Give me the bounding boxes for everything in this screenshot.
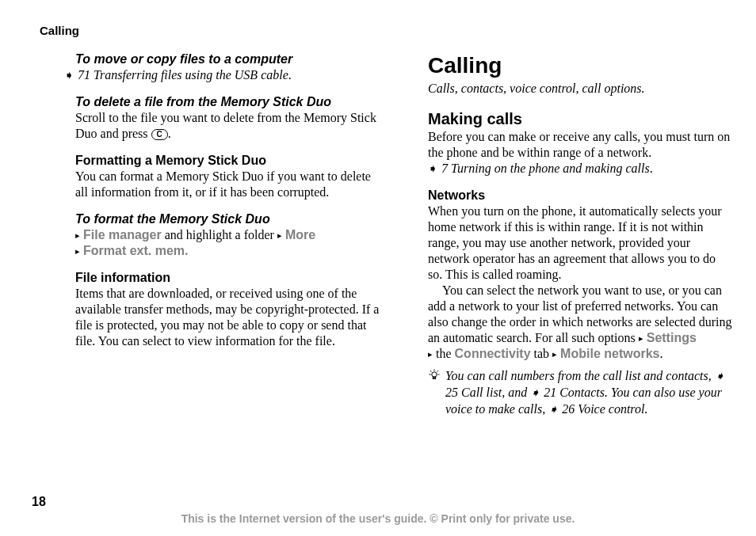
xref-arrow-icon: ➧ — [428, 162, 438, 175]
right-column: Calling Calls, contacts, voice control, … — [428, 51, 733, 417]
triangle-icon: ▸ — [277, 230, 282, 240]
xref-arrow-icon: ➧ — [64, 69, 74, 82]
xref-page: 25 — [445, 386, 458, 399]
xref-usb: ➧ 71 Transferring files using the USB ca… — [64, 67, 380, 83]
tip-mid: , and — [502, 386, 530, 399]
chapter-title: Calling — [428, 51, 733, 79]
svg-point-0 — [432, 372, 437, 377]
heading-format: Formatting a Memory Stick Duo — [75, 153, 380, 169]
page-number: 18 — [32, 495, 46, 509]
key-c-icon: C — [151, 129, 168, 140]
menu-settings: Settings — [647, 331, 697, 344]
xref-arrow-icon: ➧ — [715, 370, 725, 382]
xref-text: Contacts — [559, 386, 605, 399]
heading-networks: Networks — [428, 188, 733, 203]
xref-text: Call list — [461, 386, 502, 399]
footer: This is the Internet version of the user… — [0, 512, 756, 525]
para-making-calls: Before you can make or receive any calls… — [428, 129, 733, 161]
para-format: You can format a Memory Stick Duo if you… — [75, 169, 380, 200]
svg-line-3 — [437, 371, 439, 372]
triangle-icon: ▸ — [639, 333, 643, 343]
para-delete: Scroll to the file you want to delete fr… — [75, 110, 380, 142]
xref-arrow-icon: ➧ — [548, 403, 559, 416]
menu-mid-text: and highlight a folder — [162, 228, 277, 241]
triangle-icon: ▸ — [75, 246, 80, 256]
menu-tab: tab — [531, 347, 553, 360]
menu-mobile-networks: Mobile networks — [560, 347, 659, 360]
tip-bulb-icon — [428, 369, 441, 386]
xref-text: Voice control — [578, 402, 644, 416]
heading-delete-file: To delete a file from the Memory Stick D… — [75, 94, 380, 110]
triangle-icon: ▸ — [552, 349, 557, 359]
heading-file-info: File information — [75, 270, 380, 286]
xref-text: Transferring files using the USB cable — [94, 68, 288, 82]
xref-page: 71 — [78, 68, 90, 82]
menu-path-format: ▸ File manager and highlight a folder ▸ … — [75, 227, 380, 259]
xref-text: Turning on the phone and making calls — [451, 162, 650, 175]
svg-line-2 — [430, 371, 432, 372]
para-file-info: Items that are downloaded, or received u… — [75, 286, 380, 349]
xref-arrow-icon: ➧ — [530, 386, 540, 399]
heading-move-copy: To move or copy files to a computer — [75, 51, 380, 67]
tip-block: You can call numbers from the call list … — [431, 368, 733, 417]
menu-the: the — [433, 347, 455, 360]
para-networks-1: When you turn on the phone, it automatic… — [428, 203, 733, 283]
left-column: To move or copy files to a computer ➧ 71… — [44, 51, 380, 417]
chapter-subtitle: Calls, contacts, voice control, call opt… — [428, 81, 733, 97]
heading-toformat: To format the Memory Stick Duo — [75, 211, 380, 227]
tip-text-1: You can call numbers from the call list … — [445, 369, 715, 382]
menu-more: More — [285, 228, 315, 241]
xref-page: 21 — [544, 386, 556, 399]
menu-connectivity: Connectivity — [455, 347, 531, 360]
para-networks-2: You can select the network you want to u… — [428, 283, 733, 362]
xref-page: 7 — [441, 162, 448, 175]
menu-format-ext: Format ext. mem. — [83, 244, 188, 257]
running-head: Calling — [40, 24, 720, 37]
columns: To move or copy files to a computer ➧ 71… — [44, 51, 733, 417]
xref-page: 26 — [562, 402, 575, 416]
triangle-icon: ▸ — [75, 230, 80, 240]
para-delete-text: Scroll to the file you want to delete fr… — [75, 111, 376, 140]
menu-file-manager: File manager — [83, 228, 162, 241]
xref-turning-on: ➧ 7 Turning on the phone and making call… — [428, 161, 733, 177]
page: Calling To move or copy files to a compu… — [0, 0, 756, 536]
heading-making-calls: Making calls — [428, 109, 733, 129]
